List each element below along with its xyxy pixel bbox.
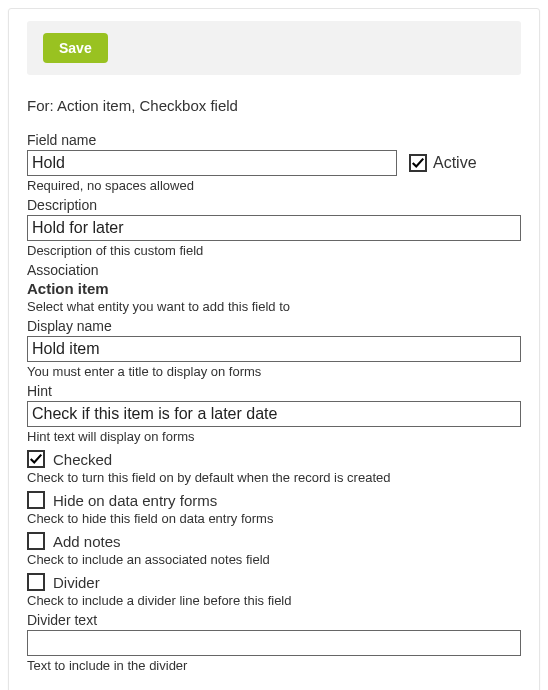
hide-on-forms-help: Check to hide this field on data entry f… bbox=[27, 511, 521, 526]
active-checkbox[interactable] bbox=[409, 154, 427, 172]
display-name-help: You must enter a title to display on for… bbox=[27, 364, 521, 379]
display-name-input[interactable] bbox=[27, 336, 521, 362]
divider-text-input[interactable] bbox=[27, 630, 521, 656]
hide-on-forms-label: Hide on data entry forms bbox=[53, 492, 217, 509]
active-label: Active bbox=[433, 154, 477, 172]
check-icon bbox=[29, 452, 43, 466]
for-line: For: Action item, Checkbox field bbox=[27, 97, 521, 114]
add-notes-help: Check to include an associated notes fie… bbox=[27, 552, 521, 567]
add-notes-checkbox[interactable] bbox=[27, 532, 45, 550]
form-card: Save For: Action item, Checkbox field Fi… bbox=[8, 8, 540, 690]
field-name-help: Required, no spaces allowed bbox=[27, 178, 521, 193]
hint-help: Hint text will display on forms bbox=[27, 429, 521, 444]
hint-label: Hint bbox=[27, 383, 521, 399]
divider-help: Check to include a divider line before t… bbox=[27, 593, 521, 608]
check-icon bbox=[411, 156, 425, 170]
checked-label: Checked bbox=[53, 451, 112, 468]
checked-checkbox[interactable] bbox=[27, 450, 45, 468]
divider-label: Divider bbox=[53, 574, 100, 591]
field-name-input[interactable] bbox=[27, 150, 397, 176]
association-value: Action item bbox=[27, 280, 521, 297]
hide-on-forms-checkbox[interactable] bbox=[27, 491, 45, 509]
description-help: Description of this custom field bbox=[27, 243, 521, 258]
toolbar: Save bbox=[27, 21, 521, 75]
description-label: Description bbox=[27, 197, 521, 213]
add-notes-label: Add notes bbox=[53, 533, 121, 550]
divider-text-help: Text to include in the divider bbox=[27, 658, 521, 673]
association-help: Select what entity you want to add this … bbox=[27, 299, 521, 314]
divider-text-label: Divider text bbox=[27, 612, 521, 628]
association-label: Association bbox=[27, 262, 521, 278]
field-name-label: Field name bbox=[27, 132, 521, 148]
hint-input[interactable] bbox=[27, 401, 521, 427]
display-name-label: Display name bbox=[27, 318, 521, 334]
description-input[interactable] bbox=[27, 215, 521, 241]
checked-help: Check to turn this field on by default w… bbox=[27, 470, 521, 485]
save-button[interactable]: Save bbox=[43, 33, 108, 63]
divider-checkbox[interactable] bbox=[27, 573, 45, 591]
